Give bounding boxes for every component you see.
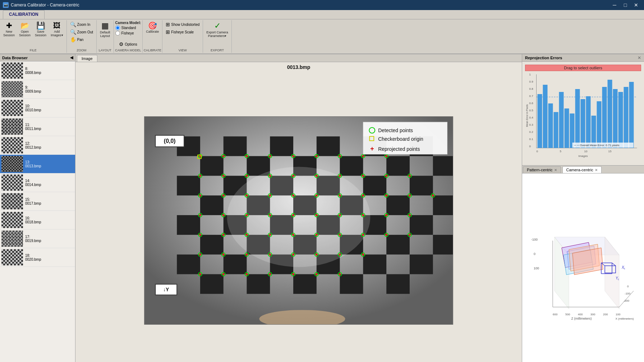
pattern-centric-close[interactable]: ✕ bbox=[554, 168, 557, 172]
default-layout-icon: ▦ bbox=[101, 22, 109, 30]
list-item[interactable]: 18:0020.bmp bbox=[0, 248, 75, 267]
svg-point-167 bbox=[269, 254, 271, 256]
fisheye-radio[interactable] bbox=[115, 31, 120, 36]
maximize-button[interactable]: □ bbox=[620, 1, 630, 9]
svg-text:600: 600 bbox=[553, 313, 558, 316]
reprojection-chart: 1 0.9 0.8 0.7 0.6 0.5 0.4 0.3 0.2 0.1 0 bbox=[525, 73, 641, 159]
svg-point-118 bbox=[292, 155, 294, 157]
list-item[interactable]: 11:0011.bmp bbox=[0, 117, 75, 136]
list-item[interactable]: 15:0017.bmp bbox=[0, 192, 75, 211]
thumbnail bbox=[1, 62, 23, 79]
list-item[interactable]: 14:0014.bmp bbox=[0, 173, 75, 192]
svg-text:+: + bbox=[370, 145, 374, 152]
reprojection-errors-panel: Reprojection Errors ✕ Drag to select out… bbox=[522, 54, 644, 166]
svg-point-169 bbox=[316, 254, 318, 256]
open-session-button[interactable]: 📂 OpenSession bbox=[17, 21, 32, 38]
item-filename: 0018.bmp bbox=[25, 220, 41, 224]
zoom-out-label: Zoom Out bbox=[77, 30, 93, 34]
svg-text:(0,0): (0,0) bbox=[164, 138, 176, 144]
save-session-button[interactable]: 💾 SaveSession bbox=[33, 21, 48, 38]
svg-point-136 bbox=[269, 194, 271, 196]
svg-rect-207 bbox=[538, 94, 542, 148]
fisheye-label: Fisheye bbox=[121, 31, 134, 35]
svg-text:0.4: 0.4 bbox=[529, 116, 534, 119]
reprojection-panel-close[interactable]: ✕ bbox=[638, 55, 641, 60]
item-num: 10: bbox=[25, 104, 30, 108]
svg-text:500: 500 bbox=[565, 313, 570, 316]
svg-text:1: 1 bbox=[529, 73, 531, 76]
list-item[interactable]: 8:0008.bmp bbox=[0, 61, 75, 80]
svg-rect-19 bbox=[200, 195, 224, 215]
view-group-label: VIEW bbox=[162, 48, 203, 52]
svg-rect-31 bbox=[200, 235, 224, 255]
calibrate-button[interactable]: 🎯 Calibrate bbox=[144, 21, 161, 34]
zoom-out-button[interactable]: 🔍 Zoom Out bbox=[68, 28, 95, 36]
svg-text:-100: -100 bbox=[531, 238, 538, 241]
title-bar: 📷 Camera Calibrator - Camera-centric ─ □… bbox=[0, 0, 644, 10]
svg-point-135 bbox=[246, 194, 248, 196]
svg-point-171 bbox=[362, 254, 364, 256]
item-filename: 0009.bmp bbox=[25, 89, 41, 93]
fisheye-scale-button[interactable]: ⊞ Fisheye Scale bbox=[164, 28, 201, 36]
svg-rect-30 bbox=[410, 215, 433, 235]
show-undistorted-button[interactable]: ⊞ Show Undistorted bbox=[164, 21, 201, 28]
options-button[interactable]: ⚙ Options bbox=[117, 41, 139, 48]
svg-text:10: 10 bbox=[584, 150, 588, 153]
options-label: Options bbox=[125, 42, 137, 46]
list-item[interactable]: 16:0018.bmp bbox=[0, 211, 75, 229]
calibration-tab[interactable]: CALIBRATION bbox=[3, 10, 45, 19]
item-info: 14:0014.bmp bbox=[25, 179, 41, 187]
list-item[interactable]: 17:0019.bmp bbox=[0, 229, 75, 248]
standard-radio[interactable] bbox=[115, 25, 120, 30]
pan-button[interactable]: ✋ Pan bbox=[68, 36, 95, 43]
zoom-in-button[interactable]: 🔍 Zoom In bbox=[68, 21, 95, 28]
svg-point-138 bbox=[316, 194, 318, 196]
add-images-label: AddImages▾ bbox=[51, 30, 63, 37]
data-browser-title: Data Browser bbox=[2, 56, 28, 60]
svg-point-134 bbox=[222, 194, 225, 196]
svg-point-166 bbox=[246, 254, 248, 256]
svg-point-163 bbox=[409, 234, 411, 236]
options-icon: ⚙ bbox=[119, 41, 124, 47]
item-filename: 0010.bmp bbox=[25, 108, 41, 112]
list-item-selected[interactable]: 13:0013.bmp bbox=[0, 155, 75, 173]
svg-point-150 bbox=[339, 214, 341, 216]
list-item[interactable]: 10:0010.bmp bbox=[0, 99, 75, 117]
close-button[interactable]: ✕ bbox=[631, 1, 641, 9]
svg-point-143 bbox=[432, 194, 434, 196]
svg-rect-3 bbox=[270, 136, 293, 156]
data-browser-collapse-icon[interactable]: ◀ bbox=[70, 55, 73, 60]
new-session-button[interactable]: ✚ NewSession bbox=[1, 21, 17, 38]
file-group-label: FILE bbox=[0, 48, 66, 52]
export-camera-button[interactable]: ✓ Export CameraParameters▾ bbox=[204, 21, 230, 39]
item-filename: 0011.bmp bbox=[25, 127, 41, 131]
svg-point-132 bbox=[409, 175, 411, 177]
pattern-centric-tab[interactable]: Pattern-centric ✕ bbox=[523, 166, 561, 173]
view-group: ⊞ Show Undistorted ⊞ Fisheye Scale VIEW bbox=[162, 20, 203, 53]
camera-centric-close[interactable]: ✕ bbox=[595, 168, 598, 172]
svg-rect-42 bbox=[410, 255, 433, 274]
list-item[interactable]: 12:0012.bmp bbox=[0, 136, 75, 155]
default-layout-button[interactable]: ▦ DefaultLayout bbox=[98, 21, 112, 39]
svg-text:Detected points: Detected points bbox=[378, 127, 413, 133]
minimize-button[interactable]: ─ bbox=[610, 1, 620, 9]
item-info: 12:0012.bmp bbox=[25, 141, 41, 149]
camera-centric-tab[interactable]: Camera-centric ✕ bbox=[562, 166, 602, 173]
svg-rect-23 bbox=[386, 195, 410, 215]
svg-point-115 bbox=[222, 155, 225, 157]
svg-text:100: 100 bbox=[616, 313, 621, 316]
new-session-icon: ✚ bbox=[6, 22, 12, 29]
add-images-button[interactable]: 🖼 AddImages▾ bbox=[49, 21, 65, 38]
svg-point-129 bbox=[339, 175, 341, 177]
save-session-label: SaveSession bbox=[35, 30, 46, 37]
list-item[interactable]: 9:0009.bmp bbox=[0, 80, 75, 99]
export-camera-icon: ✓ bbox=[214, 22, 221, 30]
svg-rect-212 bbox=[565, 108, 569, 148]
drag-banner[interactable]: Drag to select outliers bbox=[525, 65, 641, 71]
open-session-icon: 📂 bbox=[20, 22, 29, 29]
svg-point-126 bbox=[269, 175, 271, 177]
image-tab[interactable]: Image bbox=[77, 55, 97, 62]
svg-point-124 bbox=[222, 175, 225, 177]
image-tabs: Image bbox=[75, 54, 522, 62]
item-filename: 0019.bmp bbox=[25, 239, 41, 243]
